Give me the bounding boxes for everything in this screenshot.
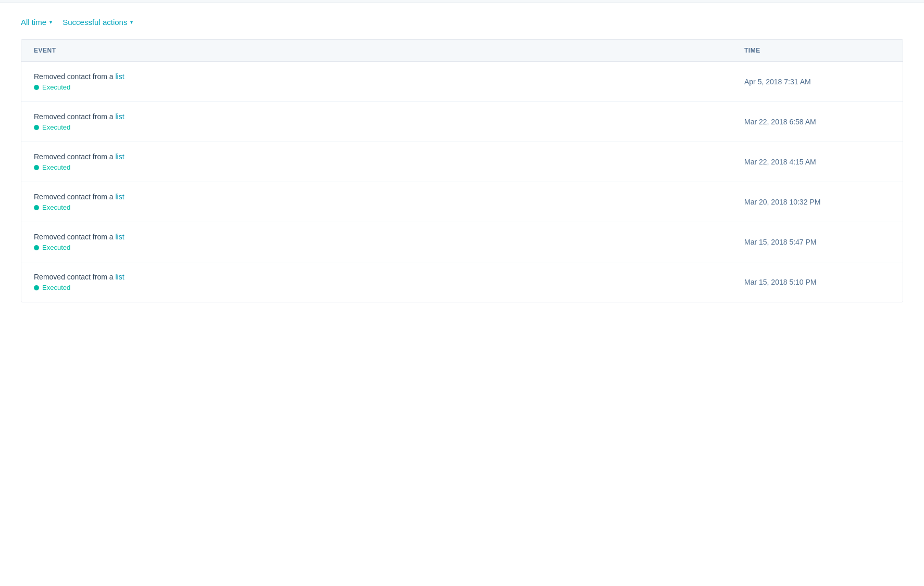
event-prefix-text: Removed contact from a	[34, 152, 115, 161]
time-cell: Mar 22, 2018 6:58 AM	[744, 118, 890, 126]
event-prefix-text: Removed contact from a	[34, 193, 115, 201]
status-dot-icon	[34, 85, 39, 90]
status-label: Executed	[42, 284, 70, 291]
event-status: Executed	[34, 284, 744, 291]
event-cell: Removed contact from a listExecuted	[34, 273, 744, 291]
table-header: EVENT TIME	[21, 40, 903, 62]
event-status: Executed	[34, 83, 744, 91]
event-cell: Removed contact from a listExecuted	[34, 152, 744, 171]
event-column-header: EVENT	[34, 47, 744, 54]
status-label: Executed	[42, 244, 70, 251]
time-cell: Mar 15, 2018 5:47 PM	[744, 238, 890, 246]
status-dot-icon	[34, 205, 39, 210]
event-list-link[interactable]: list	[115, 72, 124, 81]
table-row: Removed contact from a listExecutedMar 2…	[21, 102, 903, 142]
event-list-link[interactable]: list	[115, 193, 124, 201]
event-list-link[interactable]: list	[115, 273, 124, 281]
status-dot-icon	[34, 125, 39, 130]
table-row: Removed contact from a listExecutedMar 2…	[21, 142, 903, 182]
time-filter-chevron-icon: ▾	[49, 19, 52, 25]
time-column-header: TIME	[744, 47, 890, 54]
table-row: Removed contact from a listExecutedMar 1…	[21, 262, 903, 302]
table-body: Removed contact from a listExecutedApr 5…	[21, 62, 903, 302]
table-row: Removed contact from a listExecutedMar 2…	[21, 182, 903, 222]
table-row: Removed contact from a listExecutedApr 5…	[21, 62, 903, 102]
status-dot-icon	[34, 165, 39, 170]
status-label: Executed	[42, 163, 70, 171]
table-row: Removed contact from a listExecutedMar 1…	[21, 222, 903, 262]
status-dot-icon	[34, 285, 39, 290]
event-cell: Removed contact from a listExecuted	[34, 193, 744, 211]
event-list-link[interactable]: list	[115, 152, 124, 161]
action-filter-chevron-icon: ▾	[130, 19, 133, 25]
event-list-link[interactable]: list	[115, 233, 124, 241]
event-title: Removed contact from a list	[34, 152, 744, 161]
event-list-link[interactable]: list	[115, 112, 124, 121]
action-filter-button[interactable]: Successful actions ▾	[63, 18, 133, 27]
filters-row: All time ▾ Successful actions ▾	[0, 3, 924, 39]
status-label: Executed	[42, 123, 70, 131]
event-status: Executed	[34, 123, 744, 131]
event-title: Removed contact from a list	[34, 72, 744, 81]
event-prefix-text: Removed contact from a	[34, 112, 115, 121]
event-title: Removed contact from a list	[34, 273, 744, 281]
event-status: Executed	[34, 163, 744, 171]
time-filter-button[interactable]: All time ▾	[21, 18, 52, 27]
status-label: Executed	[42, 83, 70, 91]
event-cell: Removed contact from a listExecuted	[34, 112, 744, 131]
event-title: Removed contact from a list	[34, 112, 744, 121]
time-cell: Mar 22, 2018 4:15 AM	[744, 158, 890, 166]
status-label: Executed	[42, 203, 70, 211]
event-title: Removed contact from a list	[34, 193, 744, 201]
events-table: EVENT TIME Removed contact from a listEx…	[21, 39, 903, 302]
event-status: Executed	[34, 203, 744, 211]
time-cell: Mar 20, 2018 10:32 PM	[744, 198, 890, 206]
event-prefix-text: Removed contact from a	[34, 72, 115, 81]
action-filter-label: Successful actions	[63, 18, 127, 27]
event-cell: Removed contact from a listExecuted	[34, 72, 744, 91]
time-cell: Mar 15, 2018 5:10 PM	[744, 278, 890, 286]
event-prefix-text: Removed contact from a	[34, 273, 115, 281]
event-status: Executed	[34, 244, 744, 251]
time-filter-label: All time	[21, 18, 46, 27]
event-cell: Removed contact from a listExecuted	[34, 233, 744, 251]
event-prefix-text: Removed contact from a	[34, 233, 115, 241]
time-cell: Apr 5, 2018 7:31 AM	[744, 78, 890, 86]
event-title: Removed contact from a list	[34, 233, 744, 241]
status-dot-icon	[34, 245, 39, 250]
